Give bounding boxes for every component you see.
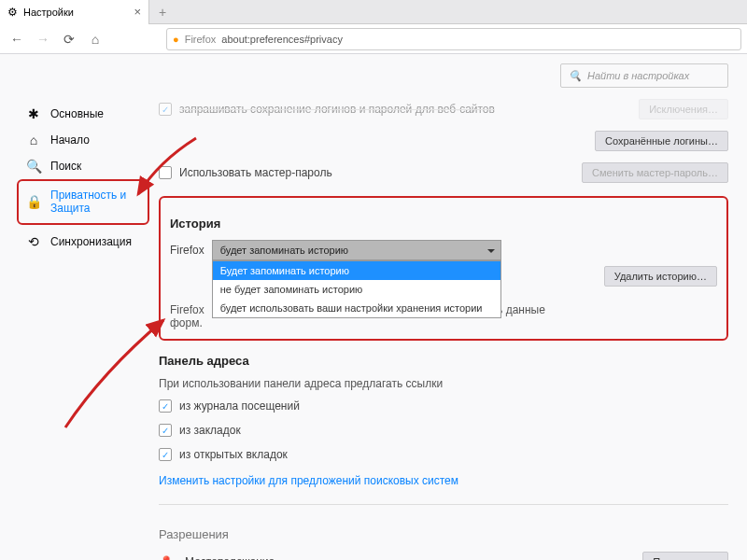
sidebar-item-label: Поиск <box>50 160 81 173</box>
reload-button[interactable]: ⟳ <box>58 28 80 50</box>
search-placeholder: Найти в настройках <box>587 70 689 81</box>
sidebar-item-sync[interactable]: ⟲ Синхронизация <box>22 229 149 255</box>
sidebar-item-search[interactable]: 🔍 Поиск <box>22 153 149 179</box>
divider <box>159 504 728 505</box>
close-icon[interactable]: × <box>134 5 141 19</box>
url-text: about:preferences#privacy <box>221 34 343 45</box>
gear-icon: ⚙ <box>7 6 18 19</box>
checkbox-label: из закладок <box>179 424 728 437</box>
select-current-value[interactable]: будет запоминать историю <box>212 240 501 260</box>
url-brand: Firefox <box>185 34 217 45</box>
sidebar-item-privacy[interactable]: 🔒 Приватность и Защита <box>22 183 144 221</box>
main-content: 🔍 Найти в настройках запрашивать сохране… <box>149 54 747 560</box>
permissions-section-title: Разрешения <box>159 514 728 547</box>
forward-button[interactable]: → <box>32 28 54 50</box>
sidebar-item-label: Приватность и Защита <box>50 189 126 216</box>
checkbox-opentabs[interactable] <box>159 448 172 461</box>
clear-history-button[interactable]: Удалить историю… <box>604 266 717 287</box>
sidebar-item-label: Синхронизация <box>50 235 132 248</box>
checkbox-history[interactable] <box>159 399 172 413</box>
history-mode-select[interactable]: будет запоминать историю Будет запоминат… <box>212 240 501 260</box>
master-password-label: Использовать мастер-пароль <box>179 166 574 179</box>
sidebar-item-general[interactable]: ✱ Основные <box>22 101 149 127</box>
sidebar-item-home[interactable]: ⌂ Начало <box>22 127 149 153</box>
select-option[interactable]: не будет запоминать историю <box>213 280 500 299</box>
nav-bar: ← → ⟳ ⌂ ● Firefox about:preferences#priv… <box>0 24 747 54</box>
annotation-highlight-box: История Firefox будет запоминать историю… <box>159 196 728 341</box>
search-icon: 🔍 <box>26 159 41 174</box>
select-dropdown: Будет запоминать историю не будет запоми… <box>212 260 501 318</box>
settings-search-input[interactable]: 🔍 Найти в настройках <box>560 63 728 88</box>
tab-bar: ⚙ Настройки × + <box>0 0 747 24</box>
checkbox-label: из журнала посещений <box>179 399 728 413</box>
select-option[interactable]: Будет запоминать историю <box>213 261 500 280</box>
select-option[interactable]: будет использовать ваши настройки хранен… <box>213 299 500 317</box>
sidebar-item-label: Основные <box>50 107 104 120</box>
sidebar-item-label: Начало <box>50 133 90 147</box>
checkbox-label: из открытых вкладок <box>179 448 728 461</box>
url-bar[interactable]: ● Firefox about:preferences#privacy <box>166 28 741 50</box>
tab-title: Настройки <box>23 7 74 18</box>
checkbox-bookmarks[interactable] <box>159 424 172 437</box>
history-select-label: Firefox <box>170 244 204 257</box>
exceptions-button[interactable]: Исключения… <box>639 99 728 119</box>
location-icon: 📍 <box>159 555 176 561</box>
new-tab-button[interactable]: + <box>149 5 176 20</box>
addressbar-subtitle: При использовании панели адреса предлага… <box>159 373 728 394</box>
home-icon: ⌂ <box>26 133 41 147</box>
addressbar-section-title: Панель адреса <box>159 341 728 373</box>
lock-icon: 🔒 <box>26 194 41 209</box>
home-button[interactable]: ⌂ <box>84 28 106 50</box>
gear-icon: ✱ <box>26 106 41 121</box>
permission-label: Местоположение <box>185 555 633 560</box>
checkbox-save-logins[interactable] <box>159 103 172 116</box>
saved-logins-button[interactable]: Сохранённые логины… <box>595 131 728 151</box>
sidebar: ✱ Основные ⌂ Начало 🔍 Поиск 🔒 Приватност… <box>0 54 149 560</box>
location-settings-button[interactable]: Параметры… <box>642 552 728 560</box>
back-button[interactable]: ← <box>6 28 28 50</box>
annotation-highlight-box: 🔒 Приватность и Защита <box>17 179 149 225</box>
change-master-password-button: Сменить мастер-пароль… <box>582 162 728 183</box>
save-logins-label: запрашивать сохранение логинов и паролей… <box>179 103 631 116</box>
checkbox-master-password[interactable] <box>159 166 172 179</box>
active-tab[interactable]: ⚙ Настройки × <box>0 0 149 24</box>
sync-icon: ⟲ <box>26 234 41 249</box>
firefox-icon: ● <box>173 34 179 45</box>
search-engine-settings-link[interactable]: Изменить настройки для предложений поиск… <box>159 467 458 495</box>
history-section-title: История <box>170 203 717 236</box>
search-icon: 🔍 <box>569 70 582 82</box>
